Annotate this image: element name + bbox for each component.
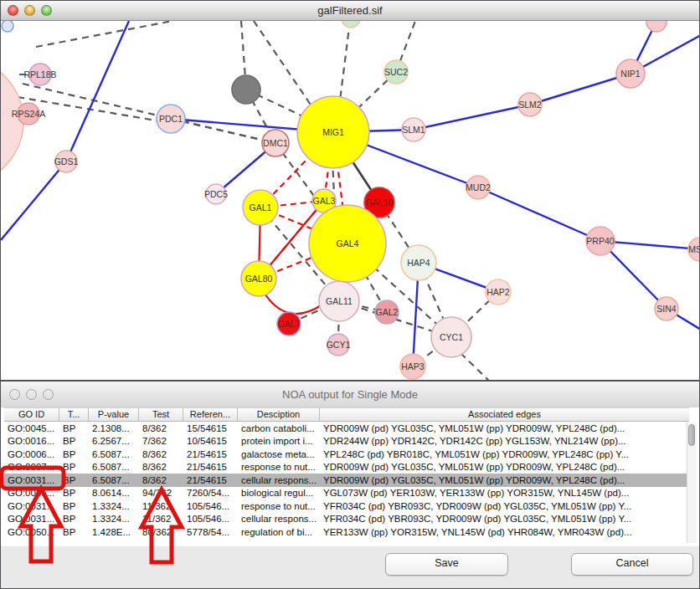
cell-desciption: galactose meta... — [238, 449, 320, 459]
cell-p-value: 6.2567... — [89, 436, 139, 446]
minimize-button[interactable] — [24, 5, 35, 16]
table-row-5-selected[interactable]: GO:0031...BP6.5087...8/36221/54615cellul… — [4, 474, 689, 487]
graph-node-label-MSL5: MSL5 — [688, 244, 699, 254]
cell-test: 11/362 — [139, 501, 183, 511]
graph-node-label-PDC5: PDC5 — [204, 189, 228, 199]
graph-node-label-MUD2: MUD2 — [466, 182, 491, 192]
cell-desciption: cellular respons... — [238, 514, 320, 524]
noa-window: NOA output for Single Mode GO IDT...P-va… — [0, 381, 700, 589]
graph-window-titlebar[interactable]: galFiltered.sif — [1, 1, 699, 21]
graph-window-title: galFiltered.sif — [1, 1, 699, 20]
cell-desciption: carbon cataboli... — [238, 423, 320, 433]
cell-test: 11/362 — [139, 514, 183, 524]
column-header-test[interactable]: Test — [139, 408, 183, 421]
cell-go-id: GO:0031... — [4, 514, 59, 524]
cell-associated-edges: YFR034C (pd) YBR093C, YDR009W (pd) YGL03… — [320, 501, 689, 511]
cell-test: 8/362 — [139, 423, 183, 433]
cell-go-id: GO:0031... — [4, 501, 59, 511]
table-row-7[interactable]: GO:0031...BP1.3324...11/362105/546...res… — [4, 499, 689, 513]
cell-p-value: 1.3324... — [89, 514, 139, 524]
graph-node-label-HAP4: HAP4 — [407, 258, 430, 268]
cell-go-id: GO:0016... — [4, 436, 59, 446]
graph-node-label-RPL18B: RPL18B — [23, 69, 56, 79]
graph-node-label-GAL1: GAL1 — [250, 202, 272, 213]
vertical-scrollbar[interactable] — [687, 423, 697, 543]
cell-t-: BP — [59, 488, 89, 498]
cell-go-id: GO:0031... — [4, 475, 59, 485]
cell-p-value: 6.5087... — [89, 462, 139, 472]
graph-node-label-MIG1: MIG1 — [322, 127, 344, 137]
graph-node-green-sliver[interactable] — [342, 21, 360, 28]
cell-p-value: 1.3324... — [89, 501, 139, 511]
table-row-3[interactable]: GO:0006...BP6.5087...8/36221/54615galact… — [4, 448, 689, 461]
zoom-button[interactable] — [41, 5, 52, 16]
table-row-9[interactable]: GO:0050...BP1.428E...80/3625778/54...reg… — [4, 525, 689, 539]
table-row-4[interactable]: GO:0007...BP6.5087...8/36221/54615respon… — [4, 461, 689, 474]
cell-associated-edges: YER133W (pp) YOR315W, YNL145W (pd) YHR08… — [320, 527, 689, 537]
results-table-header: GO IDT...P-valueTestReferen...Desciption… — [4, 407, 689, 422]
column-header-t-[interactable]: T... — [59, 408, 89, 421]
save-button[interactable]: Save — [385, 553, 508, 576]
graph-edge-dash — [340, 21, 350, 100]
cell-associated-edges: YDR009W (pd) YGL035C, YML051W (pp) YDR00… — [320, 423, 689, 433]
cell-t-: BP — [59, 514, 89, 524]
column-header-associated-edges[interactable]: Associated edges — [320, 408, 689, 421]
column-header-go-id[interactable]: GO ID — [4, 408, 59, 421]
cell-t-: BP — [59, 475, 89, 485]
graph-node-pink-top[interactable] — [646, 21, 667, 32]
cell-associated-edges: YDR009W (pd) YGL035C, YML051W (pp) YDR00… — [320, 462, 689, 472]
graph-node-label-HAP2: HAP2 — [486, 287, 510, 297]
cell-p-value: 6.5087... — [89, 475, 139, 485]
cell-p-value: 6.5087... — [89, 449, 139, 459]
table-row-6[interactable]: GO:0065...BP8.0614...94/3627260/54...bio… — [4, 487, 689, 500]
graph-window: galFiltered.sif RPL18BRPS24AGDS1PDC1DMC1… — [0, 0, 700, 381]
cell-t-: BP — [59, 501, 89, 511]
graph-node-label-GCY1: GCY1 — [327, 340, 351, 350]
graph-node-tiny-top-left[interactable] — [2, 21, 13, 32]
table-row-8[interactable]: GO:0031...BP1.3324...11/362105/546...cel… — [4, 513, 689, 526]
cell-associated-edges: YDR244W (pp) YDR142C, YDR142C (pp) YGL15… — [320, 436, 689, 446]
graph-edge-pp — [1, 161, 66, 240]
graph-node-label-SIN4: SIN4 — [656, 304, 677, 314]
noa-window-titlebar[interactable]: NOA output for Single Mode — [1, 382, 699, 408]
graph-edge-dash — [461, 353, 491, 380]
cell-p-value: 2.1308... — [89, 423, 139, 433]
column-header-p-value[interactable]: P-value — [89, 408, 139, 421]
cell-desciption: response to nut... — [238, 462, 320, 472]
cell-test: 94/362 — [139, 488, 183, 498]
cell-desciption: regulation of bi... — [238, 527, 320, 537]
cell-referen-: 21/54615 — [183, 475, 238, 485]
graph-edge-dash — [254, 21, 314, 110]
graph-node-label-GAL2: GAL2 — [376, 307, 399, 317]
graph-edge-pp — [530, 74, 631, 105]
graph-node-label-GAL80: GAL80 — [245, 274, 273, 284]
column-header-desciption[interactable]: Desciption — [238, 408, 320, 421]
graph-node-label-GDS1: GDS1 — [54, 156, 79, 166]
network-canvas[interactable]: RPL18BRPS24AGDS1PDC1DMC1MIG1SUC2SLM1SLM2… — [1, 21, 699, 380]
cell-go-id: GO:0006... — [4, 449, 59, 459]
cell-go-id: GO:0065... — [4, 488, 59, 498]
scrollbar-thumb[interactable] — [688, 424, 695, 446]
graph-node-label-HAP3: HAP3 — [401, 361, 425, 371]
graph-node-label-GAL3: GAL3 — [313, 196, 336, 206]
graph-node-label-GAL11: GAL11 — [326, 296, 353, 306]
graph-edge-pp — [66, 21, 129, 161]
cell-p-value: 1.428E... — [89, 527, 139, 537]
close-button[interactable] — [8, 5, 18, 16]
graph-edge-pp — [414, 105, 530, 130]
cancel-button[interactable]: Cancel — [571, 553, 693, 576]
cell-referen-: 15/54615 — [183, 423, 238, 433]
graph-edge-red — [262, 289, 322, 314]
cell-referen-: 105/546... — [183, 501, 238, 511]
graph-node-label-RPS24A: RPS24A — [12, 109, 45, 119]
noa-window-title: NOA output for Single Mode — [1, 382, 699, 407]
table-row-1[interactable]: GO:0045...BP2.1308...8/36215/54615carbon… — [4, 422, 689, 435]
cell-test: 8/362 — [139, 449, 183, 459]
graph-node-label-CYC1: CYC1 — [440, 332, 463, 342]
cell-t-: BP — [59, 449, 89, 459]
cell-test: 8/362 — [139, 462, 183, 472]
cell-go-id: GO:0007... — [4, 462, 59, 472]
table-row-2[interactable]: GO:0016...BP6.2567...7/36210/54615protei… — [4, 435, 689, 448]
column-header-referen-[interactable]: Referen... — [183, 408, 238, 421]
graph-node-gray-node[interactable] — [232, 75, 260, 104]
